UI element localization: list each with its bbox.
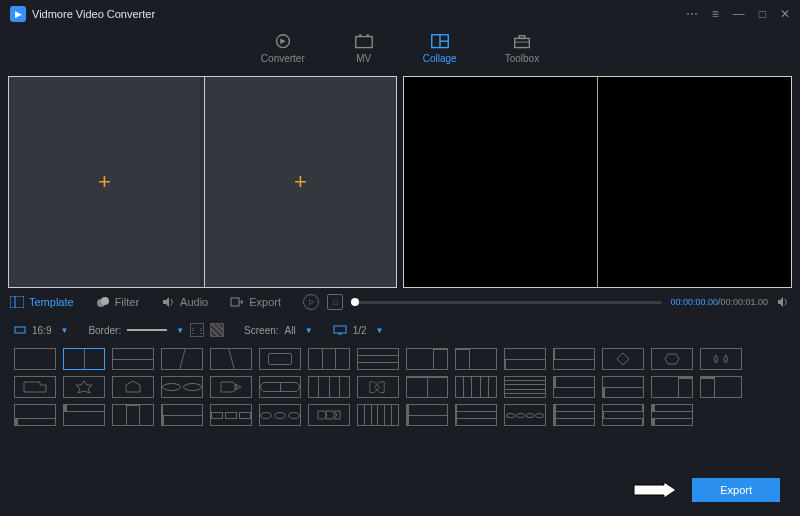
template-item[interactable] — [210, 348, 252, 370]
tab-toolbox[interactable]: Toolbox — [505, 32, 539, 64]
stop-button[interactable]: □ — [327, 294, 343, 310]
template-item[interactable] — [455, 348, 497, 370]
time-position: 00:00:00.00 — [670, 297, 718, 307]
template-item[interactable] — [357, 348, 399, 370]
template-item[interactable] — [14, 348, 56, 370]
template-item[interactable] — [112, 376, 154, 398]
tab-toolbox-label: Toolbox — [505, 53, 539, 64]
ratio-select[interactable]: 16:9▼ — [14, 324, 68, 336]
tab-mv-label: MV — [356, 53, 371, 64]
template-item[interactable] — [700, 376, 742, 398]
template-item[interactable] — [553, 404, 595, 426]
template-item[interactable] — [112, 404, 154, 426]
template-item[interactable] — [63, 404, 105, 426]
template-item[interactable] — [357, 376, 399, 398]
collage-edit-area: + + — [8, 76, 397, 288]
template-item[interactable] — [406, 376, 448, 398]
toolbox-icon — [511, 32, 533, 50]
border-color-picker[interactable]: ⋮⋮ — [190, 323, 204, 337]
screen-label: Screen: — [244, 325, 278, 336]
template-item[interactable] — [504, 376, 546, 398]
template-item[interactable] — [14, 404, 56, 426]
template-item[interactable] — [357, 404, 399, 426]
svg-marker-22 — [126, 381, 140, 392]
minimize-icon[interactable]: — — [733, 7, 745, 21]
midtab-audio[interactable]: Audio — [161, 296, 208, 308]
template-item[interactable] — [406, 404, 448, 426]
collage-icon — [429, 32, 451, 50]
template-item[interactable] — [504, 348, 546, 370]
template-item[interactable] — [112, 348, 154, 370]
screen-value: All — [285, 325, 296, 336]
template-item[interactable] — [63, 348, 105, 370]
ratio-value: 16:9 — [32, 325, 51, 336]
time-display: 00:00:00.00/00:00:01.00 — [670, 297, 768, 307]
seek-track[interactable] — [351, 301, 662, 304]
template-item[interactable] — [259, 348, 301, 370]
template-item[interactable] — [553, 348, 595, 370]
border-style-select[interactable] — [127, 329, 167, 331]
template-item[interactable] — [308, 404, 350, 426]
template-item[interactable] — [651, 376, 693, 398]
template-item[interactable] — [308, 376, 350, 398]
template-item[interactable] — [504, 404, 546, 426]
options-bar: 16:9▼ Border: ▼ ⋮⋮ Screen: All▼ 1/2▼ — [0, 316, 800, 344]
footer: Export — [632, 478, 780, 502]
volume-icon[interactable] — [776, 296, 790, 308]
chevron-down-icon: ▼ — [60, 326, 68, 335]
template-item[interactable] — [63, 376, 105, 398]
close-icon[interactable]: ✕ — [780, 7, 790, 21]
midtab-export[interactable]: Export — [230, 296, 281, 308]
template-item[interactable] — [210, 404, 252, 426]
export-button[interactable]: Export — [692, 478, 780, 502]
template-item[interactable] — [14, 376, 56, 398]
template-item[interactable] — [700, 348, 742, 370]
midtab-filter[interactable]: Filter — [96, 296, 139, 308]
page-select[interactable]: 1/2▼ — [333, 325, 384, 336]
template-item[interactable] — [406, 348, 448, 370]
tab-converter[interactable]: Converter — [261, 32, 305, 64]
template-item[interactable] — [210, 376, 252, 398]
template-item[interactable] — [651, 348, 693, 370]
display-icon — [333, 325, 347, 335]
template-item[interactable] — [259, 376, 301, 398]
converter-icon — [272, 32, 294, 50]
border-pattern-picker[interactable] — [210, 323, 224, 337]
midtab-filter-label: Filter — [115, 296, 139, 308]
template-item[interactable] — [602, 376, 644, 398]
screen-select[interactable]: Screen: All▼ — [244, 325, 313, 336]
collage-slot-2[interactable]: + — [204, 77, 396, 287]
template-item[interactable] — [259, 404, 301, 426]
template-item[interactable] — [553, 376, 595, 398]
window-controls: ⋯ ≡ — □ ✕ — [686, 7, 790, 21]
collage-slot-1[interactable]: + — [9, 77, 200, 287]
template-item[interactable] — [455, 376, 497, 398]
chevron-down-icon: ▼ — [176, 326, 184, 335]
svg-marker-26 — [377, 382, 384, 393]
template-item[interactable] — [161, 348, 203, 370]
play-button[interactable]: ▷ — [303, 294, 319, 310]
template-item[interactable] — [602, 348, 644, 370]
template-item[interactable] — [602, 404, 644, 426]
template-item[interactable] — [308, 348, 350, 370]
template-item[interactable] — [651, 404, 693, 426]
chevron-down-icon: ▼ — [376, 326, 384, 335]
svg-rect-14 — [231, 298, 239, 306]
svg-rect-10 — [10, 296, 24, 308]
midtab-template[interactable]: Template — [10, 296, 74, 308]
menu-icon[interactable]: ≡ — [712, 7, 719, 21]
seek-thumb[interactable] — [351, 298, 359, 306]
template-item[interactable] — [455, 404, 497, 426]
svg-point-2 — [359, 34, 362, 37]
audio-icon — [161, 296, 175, 308]
tab-mv[interactable]: MV — [353, 32, 375, 64]
svg-point-3 — [366, 34, 369, 37]
tab-collage[interactable]: Collage — [423, 32, 457, 64]
maximize-icon[interactable]: □ — [759, 7, 766, 21]
svg-rect-16 — [334, 326, 346, 333]
feedback-icon[interactable]: ⋯ — [686, 7, 698, 21]
template-item[interactable] — [161, 404, 203, 426]
svg-marker-21 — [76, 381, 92, 393]
template-item[interactable] — [161, 376, 203, 398]
tab-collage-label: Collage — [423, 53, 457, 64]
